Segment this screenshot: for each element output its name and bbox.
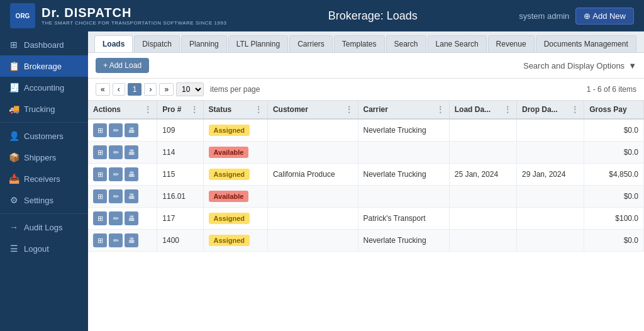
cell-carrier-1 [358,142,449,164]
action-view-1[interactable]: ⊞ [93,145,107,159]
current-page-button[interactable]: 1 [128,83,142,96]
next-page-button[interactable]: › [144,83,157,96]
sidebar-item-logout[interactable]: ☰Logout [0,238,88,259]
table-header: Actions ⋮ Pro # ⋮ Status [88,101,644,119]
sidebar-label-shippers: Shippers [24,153,56,162]
cell-status-0: Assigned [203,119,267,142]
cell-pro-4: 117 [157,208,203,230]
cell-load-date-1 [449,142,516,164]
top-header: ORG Dr. DISPATCH THE SMART CHOICE FOR TR… [0,0,644,31]
status-badge-0: Assigned [209,125,250,136]
tab-planning[interactable]: Planning [181,35,227,52]
cell-load-date-2: 25 Jan, 2024 [449,164,516,186]
cell-drop-date-2: 29 Jan, 2024 [516,164,584,186]
items-per-page-label: items per page [210,85,260,94]
last-page-button[interactable]: » [159,83,174,96]
cell-load-date-4 [449,208,516,230]
col-carrier-menu[interactable]: ⋮ [436,105,444,114]
tab-lane-search[interactable]: Lane Search [428,35,487,52]
cell-gross-pay-3: $0.0 [584,186,644,208]
sidebar-item-dashboard[interactable]: ⊞Dashboard [0,34,88,55]
sidebar-label-accounting: Accounting [24,83,64,93]
action-view-3[interactable]: ⊞ [93,189,107,203]
sidebar-divider [0,213,88,214]
tab-templates[interactable]: Templates [334,35,385,52]
action-print-5[interactable]: 🖶 [125,233,138,247]
cell-pro-2: 115 [157,164,203,186]
tab-revenue[interactable]: Revenue [488,35,535,52]
action-edit-1[interactable]: ✏ [109,145,123,159]
cell-carrier-2: Neverlate Trucking [358,164,449,186]
sidebar-label-brokerage: Brokerage [24,62,62,71]
col-drop-date-menu[interactable]: ⋮ [571,105,579,114]
sidebar-item-receivers[interactable]: 📥Receivers [0,168,88,189]
sidebar-item-brokerage[interactable]: 📋Brokerage [0,55,88,77]
action-edit-0[interactable]: ✏ [109,123,123,137]
tab-search[interactable]: Search [386,35,426,52]
add-new-button[interactable]: ⊕ Add New [575,8,634,25]
col-load-date-menu[interactable]: ⋮ [504,105,511,114]
cell-carrier-5: Neverlate Trucking [358,230,449,252]
first-page-button[interactable]: « [96,83,110,96]
content-area: LoadsDispatchPlanningLTL PlanningCarrier… [88,31,644,331]
tab-dispatch[interactable]: Dispatch [134,35,180,52]
per-page-select[interactable]: 10 25 50 [176,82,204,96]
status-badge-3: Available [209,191,249,202]
cell-pro-1: 114 [157,142,203,164]
action-edit-3[interactable]: ✏ [109,189,123,203]
action-view-0[interactable]: ⊞ [93,123,107,137]
action-edit-4[interactable]: ✏ [109,211,123,225]
sidebar-icon-trucking: 🚚 [9,104,19,114]
search-display-options[interactable]: Search and Display Options ▼ [523,61,636,70]
logo-text: Dr. DISPATCH THE SMART CHOICE FOR TRANSP… [42,6,226,26]
cell-actions-2: ⊞ ✏ 🖶 [88,164,157,186]
action-view-4[interactable]: ⊞ [93,211,107,225]
cell-customer-2: California Produce [267,164,358,186]
tab-loads[interactable]: Loads [94,35,133,52]
action-print-0[interactable]: 🖶 [125,123,138,137]
tab-documents-mgmt[interactable]: Documents Management [536,35,636,52]
sidebar-item-accounting[interactable]: 🧾Accounting [0,77,88,98]
cell-customer-3 [267,186,358,208]
action-print-2[interactable]: 🖶 [125,167,138,181]
pagination-bar: « ‹ 1 › » 10 25 50 items per page 1 - 6 … [88,79,644,101]
col-status-menu[interactable]: ⋮ [255,105,262,114]
add-load-button[interactable]: + Add Load [96,58,149,73]
sidebar-icon-audit-logs: → [9,222,19,232]
sidebar-icon-settings: ⚙ [9,195,19,205]
cell-drop-date-4 [516,208,584,230]
sidebar-item-trucking[interactable]: 🚚Trucking [0,98,88,120]
sidebar-icon-accounting: 🧾 [9,82,19,93]
cell-actions-3: ⊞ ✏ 🖶 [88,186,157,208]
col-actions: Actions ⋮ [88,101,157,119]
prev-page-button[interactable]: ‹ [113,83,125,96]
cell-load-date-0 [449,119,516,142]
col-pro: Pro # ⋮ [157,101,203,119]
sidebar-item-customers[interactable]: 👤Customers [0,125,88,147]
sidebar-label-trucking: Trucking [24,104,55,114]
action-print-4[interactable]: 🖶 [125,211,138,225]
sidebar: ⊞Dashboard📋Brokerage🧾Accounting🚚Trucking… [0,31,88,331]
table-body: ⊞ ✏ 🖶 109 Assigned Neverlate Trucking $0… [88,119,644,252]
col-customer-menu[interactable]: ⋮ [345,105,353,114]
action-edit-2[interactable]: ✏ [109,167,123,181]
cell-drop-date-5 [516,230,584,252]
search-display-label: Search and Display Options [523,61,625,70]
sidebar-item-settings[interactable]: ⚙Settings [0,189,88,211]
col-status: Status ⋮ [203,101,267,119]
cell-gross-pay-2: $4,850.0 [584,164,644,186]
cell-drop-date-1 [516,142,584,164]
table-row: ⊞ ✏ 🖶 116.01 Available $0.0 [88,186,644,208]
action-view-2[interactable]: ⊞ [93,167,107,181]
tab-ltl-planning[interactable]: LTL Planning [228,35,288,52]
col-actions-menu[interactable]: ⋮ [144,105,152,114]
sidebar-item-shippers[interactable]: 📦Shippers [0,147,88,168]
col-pro-menu[interactable]: ⋮ [191,105,198,114]
action-edit-5[interactable]: ✏ [109,233,123,247]
action-print-1[interactable]: 🖶 [125,145,138,159]
table-row: ⊞ ✏ 🖶 1400 Assigned Neverlate Trucking $… [88,230,644,252]
tab-carriers[interactable]: Carriers [289,35,333,52]
action-view-5[interactable]: ⊞ [93,233,107,247]
action-print-3[interactable]: 🖶 [125,189,138,203]
sidebar-item-audit-logs[interactable]: →Audit Logs [0,216,88,238]
